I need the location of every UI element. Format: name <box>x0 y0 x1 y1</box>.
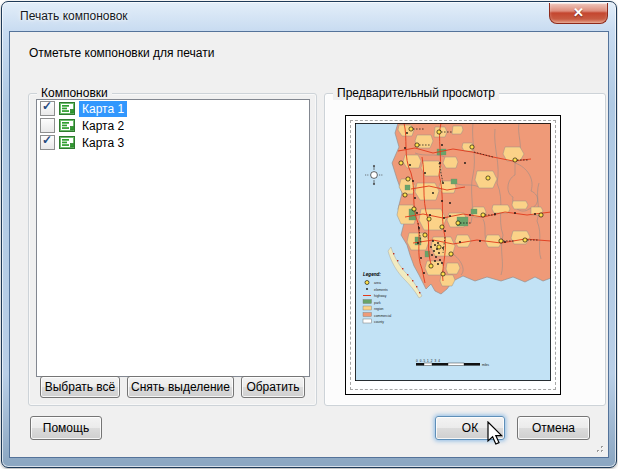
legend-label: county <box>374 320 384 324</box>
list-item-map3[interactable]: ✓ Карта 3 <box>37 134 309 151</box>
map-preview: Legend: area elements highway park regio… <box>355 123 551 381</box>
checkbox-map1-checked[interactable]: ✓ <box>40 101 55 116</box>
layouts-groupbox: Компоновки ✓ Карта 1 <box>28 93 317 406</box>
cancel-button[interactable]: Отмена <box>517 416 590 440</box>
legend-label: park <box>374 301 381 305</box>
legend-label: area <box>374 281 381 285</box>
list-item-label[interactable]: Карта 2 <box>79 118 127 134</box>
list-item-map1[interactable]: ✓ Карта 1 <box>37 100 309 117</box>
list-item-label[interactable]: Карта 1 <box>79 101 127 117</box>
layout-icon <box>59 119 75 132</box>
resize-grip[interactable] <box>592 441 605 454</box>
list-item-map2[interactable]: Карта 2 <box>37 117 309 134</box>
check-icon: ✓ <box>42 133 52 147</box>
title-bar[interactable]: Печать компоновок ✕ <box>2 2 616 31</box>
legend-outline-swatch <box>363 319 372 323</box>
preview-page: Legend: area elements highway park regio… <box>345 115 561 395</box>
legend-label: commercial <box>374 314 392 318</box>
layout-icon <box>59 102 75 115</box>
check-icon: ✓ <box>42 99 52 113</box>
legend-point-swatch <box>366 288 368 290</box>
close-button[interactable]: ✕ <box>549 3 608 24</box>
deselect-button[interactable]: Снять выделение <box>127 376 234 398</box>
preview-groupbox-label: Предварительный просмотр <box>333 86 499 100</box>
layouts-listbox[interactable]: ✓ Карта 1 <box>36 99 310 377</box>
dialog-window: Печать компоновок ✕ Отметьте компоновки … <box>1 1 617 468</box>
legend-label: region <box>374 307 384 311</box>
list-actions: Выбрать всё Снять выделение Обратить <box>40 376 305 398</box>
legend-title: Legend: <box>363 272 381 277</box>
mouse-cursor <box>487 421 507 449</box>
map-svg: Legend: area elements highway park regio… <box>355 123 551 381</box>
layout-icon <box>59 136 75 149</box>
legend-park-swatch <box>363 300 372 304</box>
preview-groupbox: Предварительный просмотр <box>324 93 606 406</box>
window-title: Печать компоновок <box>20 9 128 23</box>
checkbox-map3-checked[interactable]: ✓ <box>40 135 55 150</box>
legend-label: elements <box>374 288 388 292</box>
help-button[interactable]: Помощь <box>30 416 102 440</box>
legend-label: highway <box>374 294 387 298</box>
invert-selection-button[interactable]: Обратить <box>241 376 305 398</box>
legend-rural-swatch <box>363 313 372 317</box>
instruction-text: Отметьте компоновки для печати <box>29 46 214 60</box>
select-all-button[interactable]: Выбрать всё <box>40 376 120 398</box>
scale-tick-labels: 0 0.5 1 2 3 4 <box>416 359 440 363</box>
legend-city-swatch <box>365 281 369 285</box>
close-icon: ✕ <box>573 5 584 20</box>
legend-urban-swatch <box>363 306 372 310</box>
checkbox-map2-unchecked[interactable] <box>40 118 55 133</box>
list-item-label[interactable]: Карта 3 <box>79 135 127 151</box>
dialog-content: Отметьте компоновки для печати Компоновк… <box>9 31 609 458</box>
layouts-groupbox-label: Компоновки <box>37 86 112 100</box>
scale-unit-label: miles <box>482 363 490 367</box>
